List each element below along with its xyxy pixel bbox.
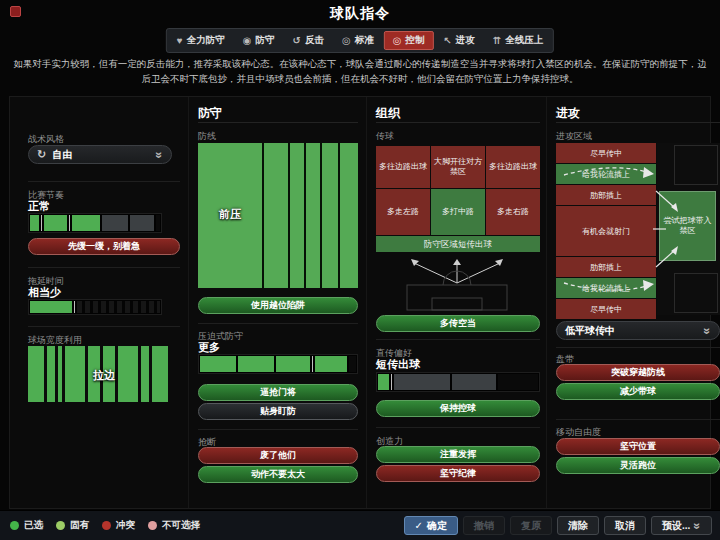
time-wasting-slider[interactable] (28, 299, 162, 315)
pass-left-cell[interactable]: 多走左路 (376, 189, 430, 235)
pass-long-cell[interactable]: 大脚开往对方禁区 (431, 146, 485, 188)
width-value: 拉边 (28, 368, 180, 383)
hard-tackling-button[interactable]: 废了他们 (198, 447, 358, 464)
segment (276, 356, 310, 372)
segment (349, 356, 356, 372)
pitch-line (674, 145, 718, 185)
tab-overload[interactable]: ⇈ 全线压上 (485, 31, 551, 50)
closing-down-slider[interactable] (198, 354, 358, 374)
press-keeper-button[interactable]: 逼抢门将 (198, 384, 358, 401)
zone-cross-early-bottom[interactable]: 尽早传中 (556, 299, 656, 319)
directness-slider[interactable] (376, 372, 540, 392)
pass-middle-cell[interactable]: 多打中路 (431, 189, 485, 235)
mentality-tabbar: ♥ 全力防守 ◉ 防守 ↺ 反击 ◎ 标准 ◎ 控制 ↖ 进攻 ⇈ 全线压上 (166, 28, 554, 53)
expressive-button[interactable]: 注重发挥 (376, 446, 540, 463)
divider (28, 181, 180, 182)
segment (498, 374, 538, 390)
divider (28, 326, 180, 327)
zone-overlap-top[interactable]: 给我轮流插上 (556, 164, 656, 184)
dribble-less-button[interactable]: 减少带球 (556, 383, 720, 400)
pass-flanks-right-cell[interactable]: 多往边路出球 (486, 146, 540, 188)
column-style: 战术风格 ↻ 自由 » 比赛节奏 正常 先缓一缓，别着急 拖延时间 (28, 97, 180, 508)
pitch-line (674, 273, 718, 313)
undo-button[interactable]: 撤销 (463, 516, 505, 535)
tab-label: 控制 (405, 34, 424, 47)
legend: 已选 固有 冲突 不可选择 (10, 511, 200, 540)
chevron-down-icon: » (692, 522, 704, 529)
revert-button[interactable]: 复原 (510, 516, 552, 535)
column-divider (546, 97, 547, 508)
tight-marking-button[interactable]: 贴身盯防 (198, 403, 358, 420)
light-green-dot-icon (56, 521, 65, 530)
pink-dot-icon (148, 521, 157, 530)
crossing-style-dropdown[interactable]: 低平球传中 » (556, 321, 720, 340)
segment (452, 374, 496, 390)
style-dropdown[interactable]: ↻ 自由 » (28, 145, 172, 164)
zone-cross-early-top[interactable]: 尽早传中 (556, 143, 656, 163)
divider (556, 419, 720, 420)
divider (28, 267, 180, 268)
divider (198, 429, 358, 430)
lower-tempo-button[interactable]: 先缓一缓，别着急 (28, 238, 180, 255)
tab-all-out-defend[interactable]: ♥ 全力防守 (169, 31, 233, 50)
pass-right-cell[interactable]: 多走右路 (486, 189, 540, 235)
zone-overlap-bottom[interactable]: 给我轮流插上 (556, 278, 656, 298)
column-attack: 进攻 进攻区域 尽早传中 给我轮流插上 肋部插上 有机会就射门 肋部插上 给我轮… (556, 97, 720, 508)
tick (74, 301, 75, 313)
shield-icon: ◉ (243, 35, 252, 46)
style-value: 自由 (52, 148, 72, 162)
divider (376, 339, 540, 340)
segment (322, 143, 338, 288)
footer-buttons: ✓ 确定 撤销 复原 清除 取消 预设... » (404, 516, 712, 535)
play-out-of-defence-bar[interactable]: 防守区域短传出球 (376, 236, 540, 252)
legend-label: 不可选择 (162, 519, 200, 532)
tab-attack[interactable]: ↖ 进攻 (435, 31, 482, 50)
chevron-down-icon: » (154, 151, 166, 158)
presets-button[interactable]: 预设... » (651, 516, 712, 535)
footer-bar: 已选 固有 冲突 不可选择 ✓ 确定 撤销 复原 清除 取消 (0, 510, 720, 540)
legend-inherent: 固有 (56, 519, 89, 532)
zone-channel-top[interactable]: 肋部插上 (556, 185, 656, 205)
segment (156, 215, 160, 231)
tab-label: 防守 (256, 34, 275, 47)
roam-button[interactable]: 灵活跑位 (556, 457, 720, 474)
attack-arrow-icon: ↖ (443, 35, 451, 46)
crossing-value: 低平球传中 (565, 324, 615, 338)
column-organization: 组织 传球 多往边路出球 大脚开往对方禁区 多往边路出球 多走左路 多打中路 多… (376, 97, 540, 508)
stick-to-position-button[interactable]: 坚守位置 (556, 438, 720, 455)
divider (198, 323, 358, 324)
tab-counter[interactable]: ↺ 反击 (285, 31, 332, 50)
segment (264, 143, 288, 288)
zone-channel-bottom[interactable]: 肋部插上 (556, 257, 656, 277)
target-icon: ◎ (342, 35, 351, 46)
zone-shoot-on-sight[interactable]: 有机会就射门 (556, 206, 656, 256)
pass-flanks-left-cell[interactable]: 多往边路出球 (376, 146, 430, 188)
tick (391, 374, 392, 390)
run-at-defence-button[interactable]: 突破穿越防线 (556, 364, 720, 381)
zone-work-into-box[interactable]: 尝试把球带入禁区 (659, 191, 716, 261)
segment (44, 215, 67, 231)
segment (238, 356, 274, 372)
segment (290, 143, 304, 288)
retain-possession-button[interactable]: 保持控球 (376, 400, 540, 417)
pass-into-space-button[interactable]: 多传空当 (376, 315, 540, 332)
offside-trap-button[interactable]: 使用越位陷阱 (198, 297, 358, 314)
time-wasting-value: 相当少 (28, 285, 61, 300)
confirm-button[interactable]: ✓ 确定 (404, 516, 458, 535)
clear-button[interactable]: 清除 (557, 516, 599, 535)
goal-area-diagram (392, 257, 522, 311)
tab-control[interactable]: ◎ 控制 (384, 31, 434, 50)
easy-tackling-button[interactable]: 动作不要太大 (198, 466, 358, 483)
team-instructions-screen: 球队指令 ♥ 全力防守 ◉ 防守 ↺ 反击 ◎ 标准 ◎ 控制 ↖ 进攻 ⇈ 全… (0, 0, 720, 540)
tab-defend[interactable]: ◉ 防守 (235, 31, 283, 50)
segment (72, 215, 100, 231)
tab-standard[interactable]: ◎ 标准 (334, 31, 382, 50)
tempo-slider[interactable] (28, 213, 162, 233)
cancel-button[interactable]: 取消 (604, 516, 646, 535)
disciplined-button[interactable]: 坚守纪律 (376, 465, 540, 482)
segment (340, 143, 358, 288)
philosophy-icon: ↻ (37, 148, 46, 161)
legend-label: 冲突 (116, 519, 135, 532)
zone-box-area: 尝试把球带入禁区 (657, 143, 720, 315)
closing-down-value: 更多 (198, 340, 220, 355)
